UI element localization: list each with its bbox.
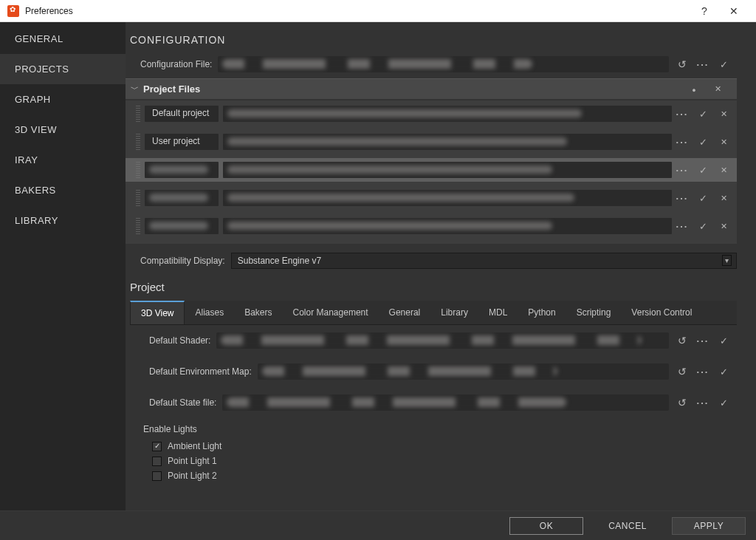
reset-icon[interactable] (673, 56, 691, 72)
confirm-icon[interactable] (694, 190, 712, 206)
project-files-title: Project Files (143, 83, 200, 95)
confirm-icon[interactable] (694, 218, 712, 234)
checkbox-label: Ambient Light (168, 441, 221, 451)
browse-icon[interactable]: ... (673, 188, 691, 204)
confirm-icon[interactable] (715, 363, 732, 380)
remove-icon[interactable] (715, 190, 732, 206)
compat-label: Compatibility Display: (126, 256, 231, 266)
reset-icon[interactable] (673, 363, 691, 380)
compat-value: Substance Engine v7 (238, 256, 321, 266)
project-file-path-input[interactable] (223, 190, 672, 206)
project-heading: Project (130, 281, 737, 293)
tab-aliases[interactable]: Aliases (185, 301, 234, 324)
default-env-input[interactable] (258, 363, 669, 380)
default-shader-label: Default Shader: (134, 335, 216, 346)
browse-icon[interactable]: ... (694, 392, 712, 409)
tab-version-control[interactable]: Version Control (621, 301, 702, 324)
tab-bakers[interactable]: Bakers (234, 301, 282, 324)
browse-icon[interactable]: ... (694, 54, 712, 70)
window-title: Preferences (25, 6, 73, 16)
drag-handle-icon[interactable] (136, 162, 140, 178)
remove-icon[interactable] (715, 162, 732, 178)
sidebar-item-library[interactable]: LIBRARY (0, 205, 126, 236)
project-file-label[interactable] (145, 218, 219, 234)
browse-icon[interactable]: ... (673, 131, 691, 148)
project-file-row: ... (126, 214, 737, 238)
project-file-row: User project ... (126, 130, 737, 154)
project-file-label[interactable]: Default project (145, 106, 219, 122)
browse-icon[interactable]: ... (673, 103, 691, 120)
drag-handle-icon[interactable] (136, 106, 140, 122)
tab-mdl[interactable]: MDL (478, 301, 518, 324)
project-file-path-input[interactable] (223, 106, 672, 122)
tab-general[interactable]: General (379, 301, 431, 324)
app-icon (7, 5, 19, 17)
config-file-input[interactable] (218, 56, 669, 72)
drag-handle-icon[interactable] (136, 134, 140, 150)
add-project-file-icon[interactable] (685, 81, 703, 98)
chevron-down-icon: ﹀ (126, 83, 143, 95)
sidebar-item-graph[interactable]: GRAPH (0, 84, 126, 115)
drag-handle-icon[interactable] (136, 218, 140, 234)
browse-icon[interactable]: ... (673, 216, 691, 232)
remove-icon[interactable] (715, 106, 732, 122)
confirm-icon[interactable] (694, 106, 712, 122)
tab-library[interactable]: Library (430, 301, 478, 324)
checkbox-point-light-2[interactable]: Point Light 2 (134, 468, 737, 483)
browse-icon[interactable]: ... (673, 160, 691, 176)
default-state-input[interactable] (222, 394, 669, 411)
remove-icon[interactable] (715, 218, 732, 234)
reset-icon[interactable] (673, 332, 691, 349)
checkbox-icon (152, 457, 162, 466)
browse-icon[interactable]: ... (694, 332, 712, 346)
checkbox-label: Point Light 2 (168, 471, 217, 481)
dialog-body: GENERAL PROJECTS GRAPH 3D VIEW IRAY BAKE… (0, 22, 756, 510)
sidebar-item-projects[interactable]: PROJECTS (0, 54, 126, 84)
remove-icon[interactable] (715, 134, 732, 150)
tab-python[interactable]: Python (518, 301, 566, 324)
tab-color-management[interactable]: Color Management (283, 301, 379, 324)
checkbox-point-light-1[interactable]: Point Light 1 (134, 454, 737, 468)
close-section-icon[interactable] (709, 81, 726, 98)
titlebar: Preferences ? ✕ (0, 0, 756, 22)
reset-icon[interactable] (673, 394, 691, 411)
help-button[interactable]: ? (690, 5, 719, 17)
checkbox-icon (152, 471, 162, 481)
apply-button[interactable]: APPLY (672, 517, 746, 535)
cancel-button[interactable]: CANCEL (591, 517, 664, 535)
project-file-path-input[interactable] (223, 134, 672, 150)
project-file-path-input[interactable] (223, 218, 672, 234)
compat-select[interactable]: Substance Engine v7 (231, 253, 737, 269)
confirm-icon[interactable] (694, 162, 712, 178)
dialog-footer: OK CANCEL APPLY (0, 510, 756, 540)
checkbox-ambient-light[interactable]: Ambient Light (134, 439, 737, 454)
project-file-row: ... (126, 158, 737, 182)
default-env-label: Default Environment Map: (134, 366, 258, 377)
window-close-button[interactable]: ✕ (719, 5, 749, 17)
tab-3dview[interactable]: 3D View (130, 301, 185, 324)
drag-handle-icon[interactable] (136, 190, 140, 206)
default-shader-input[interactable] (216, 332, 669, 349)
sidebar-item-iray[interactable]: IRAY (0, 145, 126, 175)
checkbox-label: Point Light 1 (168, 456, 217, 466)
confirm-icon[interactable] (715, 332, 732, 349)
sidebar-item-bakers[interactable]: BAKERS (0, 175, 126, 205)
sidebar: GENERAL PROJECTS GRAPH 3D VIEW IRAY BAKE… (0, 22, 126, 510)
project-file-path-input[interactable] (223, 162, 672, 178)
project-files-expander[interactable]: ﹀ Project Files (126, 78, 737, 99)
enable-lights-heading: Enable Lights (134, 417, 737, 439)
sidebar-item-3dview[interactable]: 3D VIEW (0, 115, 126, 145)
browse-icon[interactable]: ... (694, 361, 712, 377)
main-panel: CONFIGURATION Configuration File: ... ﹀ … (126, 22, 756, 510)
tab-scripting[interactable]: Scripting (566, 301, 622, 324)
confirm-icon[interactable] (715, 56, 732, 72)
default-state-label: Default State file: (134, 397, 222, 408)
project-file-label[interactable] (145, 162, 219, 178)
project-3dview-panel: Default Shader: ... Default Environment … (126, 332, 737, 503)
project-file-label[interactable] (145, 190, 219, 206)
sidebar-item-general[interactable]: GENERAL (0, 24, 126, 54)
project-file-label[interactable]: User project (145, 134, 219, 150)
ok-button[interactable]: OK (509, 517, 583, 535)
confirm-icon[interactable] (694, 134, 712, 150)
confirm-icon[interactable] (715, 394, 732, 411)
